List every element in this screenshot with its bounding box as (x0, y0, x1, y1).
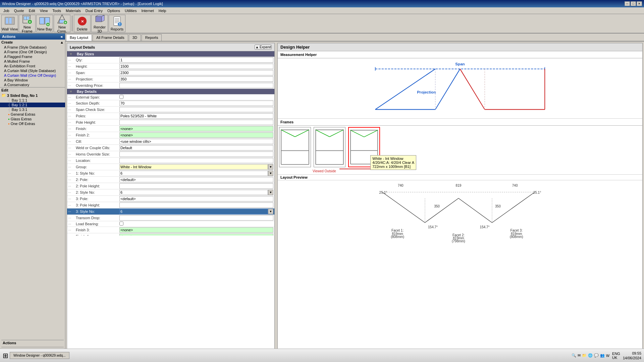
value-finish3[interactable] (118, 227, 274, 233)
value-pole-height2[interactable] (118, 183, 274, 189)
value-pole-height3[interactable] (118, 202, 274, 208)
start-button[interactable]: ⊞ (3, 352, 8, 360)
menu-tools[interactable]: Tools (50, 8, 63, 13)
value-poles[interactable] (118, 113, 274, 119)
value-weld-couple[interactable] (118, 145, 274, 151)
maximize-button[interactable]: □ (631, 1, 636, 6)
wall-view-button[interactable]: Wall View (1, 15, 18, 32)
tab-reports[interactable]: Reports (142, 34, 162, 41)
tab-all-frame-details[interactable]: All Frame Details (93, 34, 128, 41)
input-pole-height[interactable] (119, 120, 273, 125)
tab-3d[interactable]: 3D (129, 34, 141, 41)
value-location[interactable] (118, 158, 274, 164)
menu-internet[interactable]: Internet (139, 8, 156, 13)
value-qty[interactable] (118, 57, 274, 63)
title-bar-buttons[interactable]: ─ □ ✕ (625, 1, 642, 6)
value-pole-height[interactable] (118, 119, 274, 126)
layout-details-scroll[interactable]: ▼ Bay Sizes ··· Qty: ··· Height: (67, 51, 274, 236)
input-section-depth[interactable] (119, 101, 273, 106)
value-horns[interactable] (118, 151, 274, 158)
menu-job[interactable]: Job (1, 8, 11, 13)
value-finish2[interactable] (118, 132, 274, 138)
tree-root[interactable]: 📁 3 Sided Bay, No 1 (0, 93, 65, 98)
value-pole2[interactable] (118, 177, 274, 183)
input-span-check[interactable] (119, 107, 273, 112)
reports-button[interactable]: ! Reports (109, 15, 125, 32)
value-load-bearing[interactable] (118, 221, 274, 227)
input-qty[interactable] (119, 57, 273, 63)
checkbox-external-span[interactable] (119, 95, 123, 99)
input-transom-drop[interactable] (119, 215, 273, 221)
new-bay-button[interactable]: + New Bay (36, 15, 53, 32)
input-finish2[interactable] (119, 132, 273, 138)
style3-dropdown-btn[interactable]: ▼ (268, 209, 273, 214)
new-cons-button[interactable]: + New Cons. (54, 15, 70, 32)
input-location[interactable] (119, 158, 273, 163)
tab-bay-layout[interactable]: Bay Layout (66, 34, 92, 41)
input-style1[interactable] (119, 171, 268, 176)
tree-one-off-extras[interactable]: ● One Off Extras (0, 121, 65, 126)
input-span[interactable] (119, 70, 273, 75)
input-overriding-price[interactable] (119, 83, 273, 88)
create-item-a-frame-oneoff[interactable]: A Frame (One Off Design) (0, 50, 65, 54)
value-transom-drop[interactable] (118, 215, 274, 221)
input-finish4[interactable] (119, 234, 273, 236)
new-frame-button[interactable]: + New Frame (19, 15, 36, 32)
style1-dropdown[interactable]: ▼ (119, 171, 273, 176)
delete-button[interactable]: ✕ Delete (74, 15, 91, 32)
menu-edit[interactable]: Edit (27, 8, 37, 13)
menu-options[interactable]: Options (105, 8, 122, 13)
style3-dropdown[interactable]: ▼ (119, 209, 273, 214)
input-pole2[interactable] (119, 177, 273, 182)
input-height[interactable] (119, 64, 273, 69)
create-item-bay-window[interactable]: A Bay Window (0, 78, 65, 82)
value-span-check[interactable] (118, 107, 274, 113)
close-button[interactable]: ✕ (637, 1, 642, 6)
menu-help[interactable]: Help (157, 8, 168, 13)
input-style3[interactable] (119, 209, 268, 214)
group-dropdown-btn[interactable]: ▼ (268, 164, 273, 170)
input-finish3[interactable] (119, 227, 273, 233)
value-height[interactable] (118, 63, 274, 70)
menu-dual-entry[interactable]: Dual Entry (84, 8, 105, 13)
frame-box-2[interactable] (314, 127, 345, 167)
minimize-button[interactable]: ─ (625, 1, 630, 6)
create-item-exhibition-front[interactable]: An Exhibition Front (0, 64, 65, 68)
tree-bay-111[interactable]: ┤ Bay 1:1:1 (0, 98, 65, 103)
menu-quote[interactable]: Quote (12, 8, 26, 13)
input-pole3[interactable] (119, 196, 273, 201)
frame-box-1[interactable] (279, 127, 311, 167)
input-horns[interactable] (119, 152, 273, 157)
style2-dropdown-btn[interactable]: ▼ (268, 190, 273, 195)
value-cill[interactable] (118, 138, 274, 145)
value-projection[interactable] (118, 76, 274, 82)
style1-dropdown-btn[interactable]: ▼ (268, 171, 273, 176)
style2-dropdown[interactable]: ▼ (119, 190, 273, 195)
value-group[interactable]: ▼ (118, 164, 274, 170)
value-overriding-price[interactable] (118, 82, 274, 89)
input-pole-height2[interactable] (119, 183, 273, 189)
create-item-curtain-wall-oneoff[interactable]: A Curtain Wall (One Off Design) (0, 73, 65, 78)
value-section-depth[interactable] (118, 100, 274, 107)
create-item-conservatory[interactable]: A Conservatory (0, 82, 65, 87)
input-poles[interactable] (119, 113, 273, 119)
tree-bay-131[interactable]: ┤ Bay 1:3:1 (0, 107, 65, 112)
tree-glass-extras[interactable]: ● Glass Extras (0, 117, 65, 121)
taskbar-app-btn[interactable]: Window Designer - q000629.wdq... (10, 352, 69, 359)
input-group[interactable] (119, 164, 268, 170)
menu-materials[interactable]: Materials (64, 8, 83, 13)
create-item-flagged-frame[interactable]: A Flagged Frame (0, 54, 65, 59)
value-pole3[interactable] (118, 196, 274, 202)
value-finish4[interactable] (118, 233, 274, 236)
value-style2[interactable]: ▼ (118, 189, 274, 196)
group-dropdown[interactable]: ▼ (119, 164, 273, 170)
value-finish[interactable] (118, 126, 274, 132)
input-cill[interactable] (119, 139, 273, 144)
checkbox-load-bearing[interactable] (119, 222, 123, 226)
input-pole-height3[interactable] (119, 202, 273, 208)
value-external-span[interactable] (118, 95, 274, 100)
menu-utilities[interactable]: Utilities (123, 8, 139, 13)
render-3d-button[interactable]: Render 3D (91, 15, 108, 32)
input-finish[interactable] (119, 126, 273, 131)
frame-box-3[interactable]: White - Int Window 4/20/4C:A: 4/20/4 Cle… (348, 127, 380, 167)
